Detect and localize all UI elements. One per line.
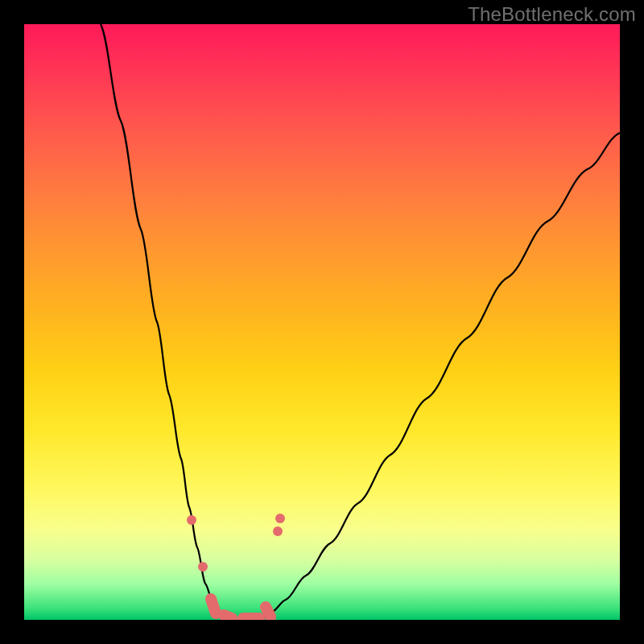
left-bottleneck-curve (101, 24, 221, 618)
baseline-bar (211, 599, 216, 613)
watermark-text: TheBottleneck.com (468, 3, 636, 26)
data-point-dot (273, 526, 283, 536)
chart-svg (24, 24, 620, 620)
baseline-bar (266, 607, 270, 617)
data-point-dot (275, 514, 285, 523)
data-point-dot (198, 562, 208, 572)
right-bottleneck-curve (259, 133, 620, 620)
data-point-markers (187, 514, 285, 572)
baseline-bar (224, 615, 232, 618)
chart-plot-area (24, 24, 620, 620)
data-point-dot (187, 515, 196, 525)
baseline-marker-bars (211, 599, 270, 618)
